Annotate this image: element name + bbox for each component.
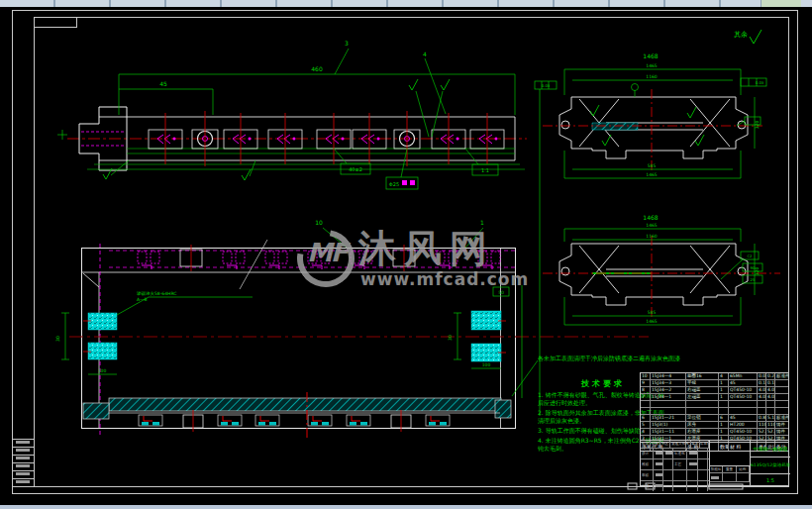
bom-row: 10 15J34—4 垫圈16 4 65Mn 0.05 0.2 标准件 bbox=[641, 373, 788, 379]
bom-cell-mat: 65Mn bbox=[729, 373, 758, 379]
bom-cell-code bbox=[651, 408, 686, 414]
tb-blob-cell bbox=[698, 459, 708, 469]
bom-cell-code bbox=[651, 401, 686, 407]
bom-row bbox=[641, 407, 788, 414]
bom-cell-mat: QT450-10 bbox=[729, 394, 758, 400]
front-view-linework bbox=[57, 49, 527, 189]
watermark-site-name: 沐风网 bbox=[358, 224, 495, 274]
bom-cell-note bbox=[775, 387, 788, 393]
bom-cell-qty: 1 bbox=[719, 380, 729, 386]
tb-val-cell bbox=[710, 473, 723, 481]
bom-cell-w2 bbox=[766, 401, 775, 407]
bom-cell-no: 10 bbox=[641, 373, 651, 379]
bom-cell-note: 标准件 bbox=[775, 373, 788, 379]
sec-bot-dim-90: 90 bbox=[751, 265, 756, 270]
bom-cell-w1: 0.1 bbox=[758, 380, 766, 386]
bom-cell-no: 5 bbox=[641, 422, 651, 428]
tb-h-mark: 标记 bbox=[641, 441, 651, 448]
bom-cell-w1: 0.85 bbox=[758, 415, 766, 421]
sec-top-tol-right: 0.03 bbox=[756, 80, 764, 85]
dim-30-left: 30 bbox=[55, 336, 60, 342]
bom-cell-w1: 4.0 bbox=[758, 387, 766, 393]
front-view-labels: 460 45 3 4 40±2 1:1 Φ25 bbox=[159, 40, 489, 187]
bom-cell-w2: 1100 bbox=[766, 422, 775, 428]
tb-val-cell bbox=[737, 473, 750, 481]
sec-bot-dim-inner: 1160 bbox=[646, 234, 658, 239]
bom-cell-mat: QT450-10 bbox=[729, 387, 758, 393]
bom-cell-no: 8 bbox=[641, 387, 651, 393]
tb-stage-values bbox=[710, 472, 750, 481]
sec-top-dim-height: 320 bbox=[755, 121, 760, 130]
tb-blob-cell bbox=[654, 449, 663, 458]
bom-cell-qty bbox=[719, 401, 729, 407]
dim-30-right: 30 bbox=[448, 335, 453, 341]
sec-bot-dim-c2: C2 bbox=[747, 254, 753, 258]
sec-bot-dim-25: 25 bbox=[751, 277, 756, 282]
bom-cell-w1 bbox=[758, 408, 766, 414]
bom-row: 8 15J34—2 右端盖 1 QT450-10 4.0 4.0 bbox=[641, 386, 788, 393]
tb-blob-cell bbox=[663, 470, 673, 480]
bom-cell-w2: 0.1 bbox=[766, 380, 775, 386]
tb-role: 审核 bbox=[641, 470, 654, 480]
bom-cell-qty: 1 bbox=[719, 429, 729, 435]
title-block-middle: 阶段标记 重量 比例 bbox=[710, 441, 751, 487]
cad-viewer: 460 45 3 4 40±2 1:1 Φ25 bbox=[0, 0, 812, 509]
tb-blob-cell bbox=[698, 470, 708, 480]
bom-cell-w2 bbox=[766, 408, 775, 414]
bom-cell-qty: 6 bbox=[719, 415, 729, 421]
dim-100-left: 100 bbox=[98, 368, 107, 373]
bom-cell-w2: 0.2 bbox=[766, 373, 775, 379]
balloon-3: 3 bbox=[345, 40, 349, 47]
hardening-note-line2: A—B bbox=[137, 297, 177, 303]
box-dim-2: 1:1 bbox=[481, 167, 489, 173]
bom-cell-note bbox=[775, 394, 788, 400]
bom-cell-no: 7 bbox=[641, 394, 651, 400]
tb-blob-cell bbox=[663, 449, 673, 458]
bom-cell-no bbox=[641, 401, 651, 407]
sec-top-dim-b-outer: 1465 bbox=[646, 172, 658, 177]
tb-stamp-area bbox=[710, 441, 750, 466]
sec-bot-label: 1468 bbox=[643, 214, 658, 221]
section-bottom-linework bbox=[543, 229, 780, 325]
bom-cell-qty: 1 bbox=[719, 394, 729, 400]
bom-cell-note bbox=[775, 380, 788, 386]
bom-cell-code: 15J34—2 bbox=[651, 387, 686, 393]
bom-cell-code: 15J34—3 bbox=[651, 380, 686, 386]
bom-cell-code: 15J31—21 bbox=[651, 415, 686, 421]
bom-cell-w1: 52.8 bbox=[758, 429, 766, 435]
sec-bot-dim-height: 320 bbox=[755, 267, 760, 276]
tb-blob-cell bbox=[654, 470, 663, 480]
title-block-role-row: 校核 工艺 bbox=[641, 459, 709, 470]
dim-100-right: 100 bbox=[482, 362, 491, 367]
bom-cell-w1: 1100 bbox=[758, 422, 766, 428]
bom-cell-w2: 4.0 bbox=[766, 387, 775, 393]
bom-cell-code: 15J34—4 bbox=[651, 373, 686, 379]
sec-bot-dim-outer: 1465 bbox=[646, 223, 658, 228]
bom-cell-no: 9 bbox=[641, 380, 651, 386]
dim-left: 45 bbox=[159, 80, 167, 87]
watermark-site-url: www.mfcad.com bbox=[360, 269, 529, 289]
bom-cell-w1: 4.0 bbox=[758, 394, 766, 400]
tb-role: 设计 bbox=[641, 449, 654, 458]
section-top-labels: 1468 1465 1160 585 1465 320 0.03 0.03 bbox=[542, 52, 764, 177]
tb-long-cell bbox=[710, 481, 750, 487]
title-block-left: 标记 处数 分区 更改文件号 签名 年月日 设计 标准化 校核 工艺 bbox=[641, 441, 710, 487]
title-block-header-row: 标记 处数 分区 更改文件号 签名 年月日 bbox=[641, 441, 709, 449]
sec-top-tol-left: 0.03 bbox=[542, 83, 551, 88]
tb-role: 批准 bbox=[641, 481, 654, 491]
surface-rest-mark: 其余 bbox=[734, 30, 761, 44]
title-block-role-row: 批准 bbox=[641, 481, 709, 491]
tb-h-doc: 更改文件号 bbox=[670, 441, 691, 448]
bom-cell-note bbox=[775, 408, 788, 414]
box-dim-3: Φ25 bbox=[389, 181, 399, 187]
bom-row: 7 15J34—1 左端盖 1 QT450-10 4.0 4.0 bbox=[641, 393, 788, 400]
tb-role: 校核 bbox=[641, 459, 654, 469]
tb-stage-label: 阶段标记 bbox=[710, 466, 723, 472]
tb-blob-cell bbox=[698, 449, 708, 458]
bom-cell-mat: QT450-10 bbox=[729, 429, 758, 435]
sec-top-label: 1468 bbox=[643, 52, 658, 59]
bom-cell-no: 6 bbox=[641, 415, 651, 421]
drawing-subtitle: 6135Q/12柴油机装配图 bbox=[751, 458, 790, 474]
tb-role bbox=[673, 470, 687, 480]
tb-blob-cell bbox=[654, 459, 663, 469]
